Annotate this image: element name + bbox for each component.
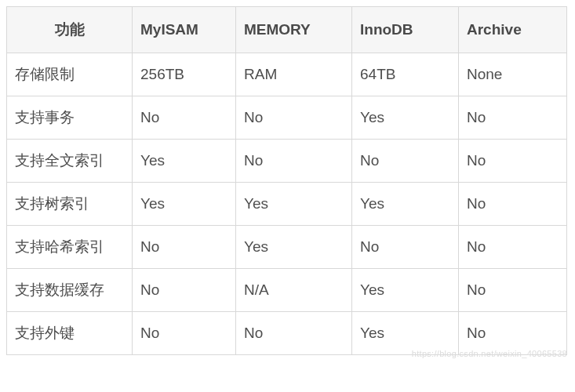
cell-feature: 支持哈希索引	[7, 226, 133, 269]
comparison-table: 功能 MyISAM MEMORY InnoDB Archive 存储限制 256…	[6, 6, 567, 355]
table-row: 支持事务 No No Yes No	[7, 96, 567, 140]
cell-value: Yes	[236, 183, 352, 226]
header-archive: Archive	[459, 7, 567, 53]
cell-value: Yes	[133, 183, 236, 226]
cell-value: No	[133, 226, 236, 269]
header-innodb: InnoDB	[352, 7, 459, 53]
table-body: 存储限制 256TB RAM 64TB None 支持事务 No No Yes …	[7, 53, 567, 355]
header-feature: 功能	[7, 7, 133, 53]
table-header-row: 功能 MyISAM MEMORY InnoDB Archive	[7, 7, 567, 53]
cell-value: No	[459, 140, 567, 183]
header-memory: MEMORY	[236, 7, 352, 53]
cell-value: No	[352, 226, 459, 269]
cell-value: No	[236, 96, 352, 140]
cell-value: Yes	[133, 140, 236, 183]
watermark-text: https://blog.csdn.net/weixin_40065538	[412, 349, 567, 358]
cell-value: Yes	[352, 269, 459, 312]
cell-value: RAM	[236, 53, 352, 96]
table-row: 支持数据缓存 No N/A Yes No	[7, 269, 567, 312]
table-row: 支持全文索引 Yes No No No	[7, 140, 567, 183]
cell-value: No	[236, 140, 352, 183]
cell-value: 64TB	[352, 53, 459, 96]
table-row: 存储限制 256TB RAM 64TB None	[7, 53, 567, 96]
header-myisam: MyISAM	[133, 7, 236, 53]
cell-feature: 支持数据缓存	[7, 269, 133, 312]
cell-feature: 存储限制	[7, 53, 133, 96]
cell-value: No	[459, 269, 567, 312]
cell-value: No	[459, 96, 567, 140]
table-row: 支持树索引 Yes Yes Yes No	[7, 183, 567, 226]
cell-value: No	[236, 312, 352, 355]
cell-value: No	[352, 140, 459, 183]
cell-feature: 支持树索引	[7, 183, 133, 226]
cell-value: None	[459, 53, 567, 96]
cell-feature: 支持事务	[7, 96, 133, 140]
cell-value: No	[133, 96, 236, 140]
cell-value: No	[133, 312, 236, 355]
cell-value: No	[133, 269, 236, 312]
cell-value: No	[459, 183, 567, 226]
cell-value: Yes	[352, 96, 459, 140]
cell-value: Yes	[352, 183, 459, 226]
cell-value: No	[459, 226, 567, 269]
cell-value: N/A	[236, 269, 352, 312]
cell-value: 256TB	[133, 53, 236, 96]
table-row: 支持哈希索引 No Yes No No	[7, 226, 567, 269]
cell-feature: 支持外键	[7, 312, 133, 355]
cell-value: Yes	[236, 226, 352, 269]
cell-feature: 支持全文索引	[7, 140, 133, 183]
